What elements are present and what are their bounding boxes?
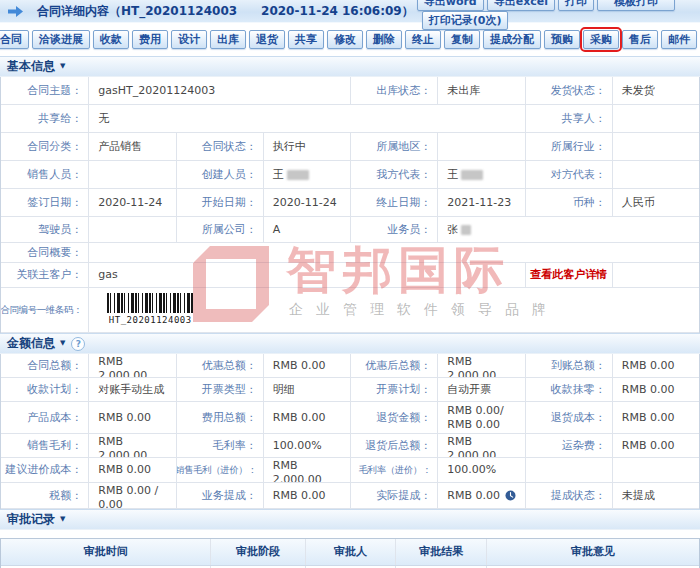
field-value: RMB 0.00 — [612, 354, 699, 377]
field-value: 未出库 — [437, 77, 524, 104]
table-row: 签订日期：2020-11-24开始日期：2020-11-24终止日期：2021-… — [1, 189, 699, 217]
field-value: RMB 2,000.00 — [437, 354, 524, 377]
field-label: 对方代表： — [525, 161, 612, 188]
view-customer-link[interactable]: 查看此客户详情 — [525, 263, 612, 287]
section-title: 金额信息 — [7, 335, 55, 352]
toolbar-button[interactable]: 费用 — [132, 30, 168, 49]
field-label: 税额： — [1, 483, 88, 508]
page-title: 合同详细内容（HT_20201124003 2020-11-24 16:06:0… — [37, 3, 414, 20]
field-label: 所属公司： — [176, 217, 263, 242]
toolbar-button-highlighted[interactable]: 采购 — [583, 30, 619, 49]
field-label: 所属行业： — [525, 133, 612, 160]
field-value: RMB 0.00/ RMB 0.00 — [437, 402, 524, 433]
field-label — [525, 458, 612, 482]
field-value: RMB 0.00 — [88, 458, 175, 482]
field-label: 合同主题： — [1, 77, 88, 104]
field-label: 优惠总额： — [176, 354, 263, 377]
field-value: gasHT_20201124003 — [88, 77, 350, 104]
toolbar-button[interactable]: 提成分配 — [483, 30, 541, 49]
barcode-image — [107, 293, 193, 313]
field-label: 合同分类： — [1, 133, 88, 160]
field-label: 签订日期： — [1, 189, 88, 216]
barcode-text: HT_20201124003 — [107, 315, 193, 326]
contract-barcode: HT_20201124003 — [88, 288, 699, 332]
field-value — [612, 133, 699, 160]
field-value: RMB 2,000.00 — [437, 434, 524, 457]
field-value — [437, 133, 524, 160]
toolbar-button[interactable]: 共享 — [288, 30, 324, 49]
basic-info-table: 合同主题：gasHT_20201124003出库状态：未出库发货状态：未发货共享… — [0, 77, 700, 333]
toolbar-button[interactable]: 退货 — [249, 30, 285, 49]
field-value — [612, 161, 699, 188]
field-value: 2020-11-24 — [263, 189, 350, 216]
header-actions: 导出word导出excel打印模板打印打印记录(0次) — [414, 0, 697, 30]
field-label: 收款抹零： — [525, 378, 612, 401]
header-action-button[interactable]: 打印记录(0次) — [422, 11, 509, 30]
approval-table: 审批时间审批阶段审批人审批结果审批意见 2020-11-24 16:06:101… — [0, 538, 700, 568]
field-value: 自动开票 — [437, 378, 524, 401]
field-label: 实际提成： — [350, 483, 437, 508]
field-label: 销售毛利： — [1, 434, 88, 457]
field-value — [88, 161, 175, 188]
field-label: 所属地区： — [350, 133, 437, 160]
field-value — [612, 458, 699, 482]
field-label: 产品成本： — [1, 402, 88, 433]
toolbar-button[interactable]: 邮件 — [661, 30, 697, 49]
toolbar-button[interactable]: 出库 — [210, 30, 246, 49]
approval-column-header: 审批阶段 — [210, 539, 304, 565]
table-row: 合同编号一维条码：HT_20201124003 — [1, 288, 699, 333]
approval-column-header: 审批时间 — [1, 539, 210, 565]
toolbar-button[interactable]: 删除 — [366, 30, 402, 49]
header-action-button[interactable]: 打印 — [558, 0, 594, 11]
field-label: 销售人员： — [1, 161, 88, 188]
toolbar-button[interactable]: 预购 — [544, 30, 580, 49]
field-label: 费用总额： — [176, 402, 263, 433]
table-row: 合同主题：gasHT_20201124003出库状态：未出库发货状态：未发货 — [1, 77, 699, 105]
field-label: 退货成本： — [525, 402, 612, 433]
field-label: 币种： — [525, 189, 612, 216]
caret-down-icon: ▼ — [60, 340, 65, 347]
field-value — [88, 243, 699, 262]
caret-down-icon: ▼ — [60, 516, 65, 523]
field-label: 创建人员： — [176, 161, 263, 188]
toolbar-button[interactable]: 收款 — [93, 30, 129, 49]
redacted-name — [287, 170, 309, 180]
toolbar-button[interactable]: 修改 — [327, 30, 363, 49]
toolbar-button[interactable]: 设计 — [171, 30, 207, 49]
section-amount-info-header: 金额信息 ▼ ? — [0, 333, 700, 354]
redacted-name — [461, 170, 483, 180]
table-row: 驾驶员：所属公司：A业务员：张 — [1, 217, 699, 243]
field-value: 100.00% — [437, 458, 524, 482]
field-value: 未提成 — [612, 483, 699, 508]
section-title: 审批记录 — [7, 511, 55, 528]
table-row: 关联主客户：gas查看此客户详情 — [1, 263, 699, 288]
field-label: 销售毛利（进价）： — [176, 458, 263, 482]
field-value: RMB 0.00 — [612, 434, 699, 457]
toolbar-button[interactable]: 复制 — [444, 30, 480, 49]
field-label: 发货状态： — [525, 77, 612, 104]
toolbar-button[interactable]: 洽谈进展 — [32, 30, 90, 49]
section-title: 基本信息 — [7, 58, 55, 75]
approval-column-header: 审批人 — [305, 539, 396, 565]
toolbar-button[interactable]: 售后 — [622, 30, 658, 49]
toolbar-button[interactable]: 终止 — [405, 30, 441, 49]
field-value: RMB 0.00 — [263, 354, 350, 377]
field-value: 对账手动生成 — [88, 378, 175, 401]
field-value: RMB 0.00 — [88, 402, 175, 433]
table-row: 销售人员：创建人员：王我方代表：王对方代表： — [1, 161, 699, 189]
question-icon[interactable]: ? — [71, 337, 85, 351]
field-label: 退货金额： — [350, 402, 437, 433]
field-label: 合同状态： — [176, 133, 263, 160]
field-value: RMB 0.00 — [263, 402, 350, 433]
field-label: 合同总额： — [1, 354, 88, 377]
toolbar-button[interactable]: 关联父合同 — [0, 30, 29, 49]
field-label: 毛利率： — [176, 434, 263, 457]
table-row: 共享给：无共享人： — [1, 105, 699, 133]
header-action-button[interactable]: 模板打印 — [597, 0, 675, 11]
header-action-button[interactable]: 导出excel — [487, 0, 555, 11]
field-value: RMB 0.00 — [612, 402, 699, 433]
approval-column-header: 审批结果 — [395, 539, 486, 565]
header-action-button[interactable]: 导出word — [417, 0, 484, 11]
table-row: 合同分类：产品销售合同状态：执行中所属地区：所属行业： — [1, 133, 699, 161]
field-label: 开始日期： — [176, 189, 263, 216]
